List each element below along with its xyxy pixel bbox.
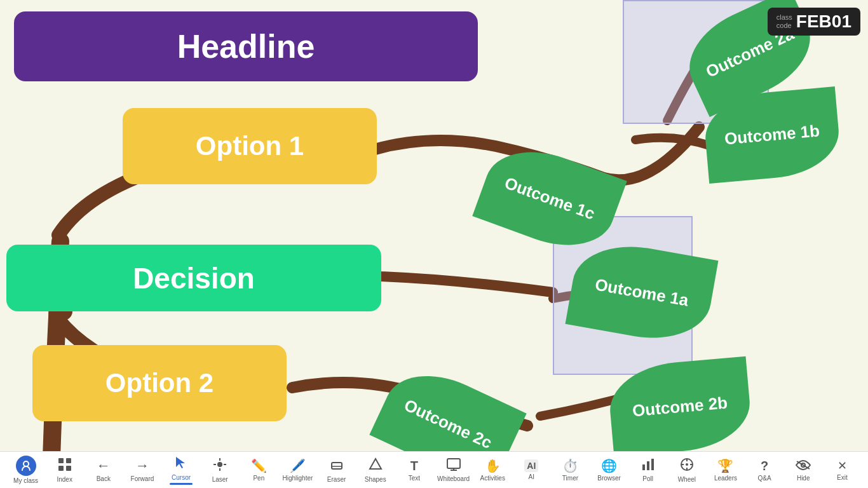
tool-highlighter[interactable]: 🖊️ Highlighter — [281, 458, 313, 482]
leaders-icon: 🏆 — [717, 458, 733, 473]
tool-index[interactable]: Index — [49, 458, 81, 483]
laser-label: Laser — [212, 476, 228, 483]
decision-text: Decision — [133, 261, 255, 295]
svg-rect-2 — [58, 466, 64, 471]
tool-activities[interactable]: ✋ Activities — [477, 458, 508, 482]
cursor-label: Cursor — [172, 474, 191, 481]
tool-cursor[interactable]: Cursor — [165, 456, 197, 485]
tool-shapes[interactable]: Shapes — [360, 458, 391, 483]
svg-point-19 — [686, 463, 688, 466]
exit-icon: ✕ — [837, 459, 847, 473]
class-code-badge: classcode FEB01 — [768, 8, 860, 36]
toolbar: My class Index ← Back → Forward Cursor L… — [0, 451, 868, 488]
pen-icon: ✏️ — [251, 458, 267, 473]
svg-rect-15 — [642, 464, 645, 470]
leaf-outcome1a: Outcome 1a — [566, 236, 719, 348]
outcome2b-text: Outcome 2b — [632, 393, 728, 421]
svg-rect-16 — [647, 461, 649, 470]
activities-icon: ✋ — [485, 458, 501, 473]
class-code-value: FEB01 — [796, 11, 851, 32]
svg-rect-1 — [66, 458, 71, 463]
wheel-icon — [680, 458, 694, 475]
tool-qna[interactable]: ? Q&A — [749, 459, 780, 482]
qna-icon: ? — [761, 459, 768, 473]
headline-text: Headline — [177, 27, 315, 65]
svg-rect-12 — [447, 459, 460, 468]
index-icon — [58, 458, 72, 475]
back-icon: ← — [97, 458, 111, 474]
tool-wheel[interactable]: Wheel — [671, 458, 703, 483]
tool-poll[interactable]: Poll — [632, 458, 664, 482]
tool-whiteboard[interactable]: Whiteboard — [437, 458, 470, 482]
cursor-icon — [175, 456, 187, 473]
decision-box[interactable]: Decision — [6, 245, 381, 311]
tool-my-class[interactable]: My class — [10, 456, 42, 484]
shapes-icon — [369, 458, 383, 475]
tool-ai[interactable]: AI AI — [515, 459, 547, 480]
svg-point-4 — [217, 462, 222, 467]
tool-forward[interactable]: → Forward — [126, 458, 158, 482]
outcome1b-text: Outcome 1b — [724, 121, 820, 149]
myclass-label: My class — [13, 477, 38, 484]
tool-hide[interactable]: Hide — [787, 459, 819, 482]
headline-box: Headline — [14, 11, 478, 81]
eraser-icon — [330, 458, 344, 475]
pen-label: Pen — [253, 475, 264, 482]
outcome2c-text: Outcome 2c — [401, 395, 495, 451]
poll-icon — [641, 458, 655, 474]
outcome1a-text: Outcome 1a — [593, 274, 690, 310]
highlighter-icon: 🖊️ — [290, 458, 306, 473]
browser-icon: 🌐 — [601, 458, 617, 473]
leaf-outcome1c: Outcome 1c — [472, 135, 627, 262]
tool-exit[interactable]: ✕ Exit — [826, 459, 858, 481]
svg-rect-3 — [66, 466, 71, 471]
whiteboard-icon — [447, 458, 461, 474]
qna-label: Q&A — [758, 475, 771, 482]
forward-icon: → — [135, 458, 149, 474]
myclass-icon — [16, 456, 36, 476]
outcome1c-text: Outcome 1c — [502, 173, 597, 224]
ai-label: AI — [529, 473, 534, 480]
option2-box[interactable]: Option 2 — [32, 345, 287, 421]
highlighter-label: Highlighter — [283, 475, 313, 482]
option2-text: Option 2 — [105, 368, 214, 398]
wheel-label: Wheel — [678, 476, 696, 483]
browser-label: Browser — [597, 475, 621, 482]
tool-leaders[interactable]: 🏆 Leaders — [710, 458, 742, 482]
whiteboard-label: Whiteboard — [437, 475, 470, 482]
timer-icon: ⏱️ — [562, 458, 578, 473]
ai-icon: AI — [524, 459, 538, 472]
poll-label: Poll — [642, 475, 653, 482]
tool-eraser[interactable]: Eraser — [321, 458, 353, 483]
hide-label: Hide — [797, 475, 810, 482]
exit-label: Exit — [837, 474, 848, 481]
forward-label: Forward — [131, 475, 154, 482]
leaf-outcome2c: Outcome 2c — [369, 357, 526, 451]
tool-pen[interactable]: ✏️ Pen — [243, 458, 275, 482]
option1-text: Option 1 — [196, 131, 304, 161]
svg-marker-11 — [370, 459, 381, 469]
laser-icon — [213, 458, 227, 475]
canvas: Headline Option 1 Decision Option 2 Outc… — [0, 0, 868, 451]
tool-laser[interactable]: Laser — [204, 458, 236, 483]
option1-box[interactable]: Option 1 — [123, 108, 377, 184]
hide-icon — [796, 459, 811, 473]
svg-rect-17 — [651, 459, 654, 470]
svg-rect-0 — [58, 458, 64, 463]
timer-label: Timer — [562, 475, 578, 482]
leaders-label: Leaders — [714, 475, 737, 482]
index-label: Index — [57, 476, 72, 483]
tool-browser[interactable]: 🌐 Browser — [593, 458, 625, 482]
text-icon: T — [410, 459, 418, 473]
svg-rect-9 — [332, 463, 342, 469]
leaf-outcome2b: Outcome 2b — [606, 356, 753, 451]
activities-label: Activities — [480, 475, 505, 482]
class-code-label: classcode — [776, 13, 792, 30]
shapes-label: Shapes — [365, 476, 386, 483]
tool-text[interactable]: T Text — [398, 459, 430, 482]
tool-back[interactable]: ← Back — [88, 458, 119, 482]
tool-timer[interactable]: ⏱️ Timer — [554, 458, 586, 482]
back-label: Back — [97, 475, 111, 482]
eraser-label: Eraser — [327, 476, 346, 483]
text-label: Text — [409, 475, 420, 482]
